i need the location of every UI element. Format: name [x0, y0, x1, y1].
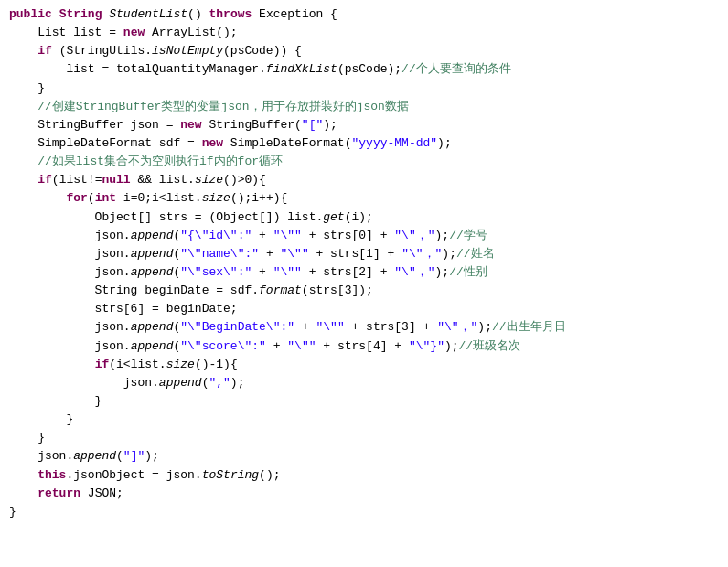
string-token: "\"，"	[394, 263, 434, 282]
plain-token: json.	[9, 227, 131, 245]
kw-token: for	[66, 189, 87, 208]
code-line: public String StudentList() throws Excep…	[9, 5, 719, 24]
kw-token: int	[95, 189, 116, 208]
plain-token: json.	[9, 374, 159, 392]
plain-token: json.	[9, 263, 131, 282]
plain-token	[9, 485, 37, 503]
plain-token: ()>0){	[223, 171, 266, 189]
string-token: "\"，"	[401, 245, 442, 263]
method-token: append	[131, 227, 174, 245]
comment-token: //姓名	[456, 245, 495, 263]
kw-token: public	[9, 5, 52, 24]
method-token: format	[259, 282, 302, 300]
string-token: "\""	[280, 245, 308, 263]
plain-token: + strs[2] +	[302, 263, 394, 282]
plain-token: }	[9, 503, 16, 521]
method-token: append	[73, 447, 116, 465]
string-token: "\""	[273, 227, 302, 245]
code-line: json.append("\"sex\":" + "\"" + strs[2] …	[9, 263, 719, 282]
plain-token: (	[116, 447, 123, 465]
string-token: "\"，"	[394, 227, 434, 245]
plain-token: );	[230, 374, 245, 392]
comment-token: //班级名次	[459, 337, 521, 356]
plain-token: }	[9, 80, 45, 98]
plain-token: );	[437, 134, 452, 153]
method-token: append	[131, 245, 174, 263]
kw-token: this	[37, 466, 66, 485]
plain-token	[9, 171, 37, 189]
method-token: StudentList	[109, 5, 187, 24]
plain-token: );	[435, 263, 450, 282]
plain-token: i=0;i<list.	[116, 189, 202, 208]
kw-token: if	[37, 171, 52, 189]
plain-token: && list.	[131, 171, 195, 189]
plain-token: );	[442, 245, 456, 263]
plain-token: List list =	[9, 24, 123, 42]
plain-token: );	[435, 227, 450, 245]
plain-token	[52, 5, 59, 24]
plain-token: (	[173, 245, 180, 263]
string-token: "\"name\":"	[180, 245, 259, 263]
string-token: "{\"id\":"	[180, 227, 252, 245]
string-token: "\"}"	[409, 337, 444, 356]
string-token: ","	[209, 374, 230, 392]
code-line: return JSON;	[9, 485, 719, 503]
code-line: if(list!=null && list.size()>0){	[9, 171, 719, 189]
string-token: "\"sex\":"	[180, 263, 252, 282]
code-line: StringBuffer json = new StringBuffer("["…	[9, 116, 719, 134]
method-token: findXkList	[266, 60, 337, 79]
plain-token	[102, 5, 109, 24]
plain-token: .jsonObject = json.	[66, 466, 201, 485]
plain-token: ();i++){	[230, 189, 287, 208]
plain-token: + strs[3] +	[345, 318, 437, 337]
plain-token: Object[] strs = (Object[]) list.	[9, 209, 323, 227]
kw-token: new	[180, 116, 201, 134]
code-line: if(i<list.size()-1){	[9, 356, 719, 374]
method-token: size	[202, 189, 230, 208]
plain-token: list = totalQuantityManager.	[9, 60, 266, 79]
plain-token	[80, 485, 88, 503]
string-token: "]"	[123, 447, 145, 465]
string-token: "\""	[273, 263, 302, 282]
string-token: "\"BeginDate\":"	[180, 318, 294, 337]
plain-token: StringBuffer(	[202, 116, 302, 134]
plain-token: (psCode)) {	[223, 42, 302, 60]
plain-token	[9, 189, 66, 208]
string-token: "\"，"	[437, 318, 477, 337]
throws-kw-token: throws	[209, 5, 252, 24]
plain-token: (list!=	[52, 171, 102, 189]
method-token: append	[131, 318, 174, 337]
method-token: size	[195, 171, 223, 189]
plain-token: (	[173, 227, 180, 245]
method-token: toString	[202, 466, 259, 485]
plain-token: + strs[0] +	[302, 227, 394, 245]
kw-token: return	[37, 485, 80, 503]
plain-token: (strs[3]);	[302, 282, 373, 300]
plain-token: +	[294, 318, 316, 337]
plain-token: Exception {	[252, 5, 337, 24]
plain-token: SimpleDateFormat sdf =	[9, 134, 202, 153]
code-line: }	[9, 503, 719, 521]
string-token: "\"score\":"	[180, 337, 266, 356]
plain-token: +	[252, 263, 273, 282]
plain-token: + strs[4] +	[316, 337, 409, 356]
plain-token: }	[9, 411, 73, 429]
method-token: size	[166, 356, 195, 374]
comment-token: //如果list集合不为空则执行if内的for循环	[9, 153, 283, 171]
plain-token: StringBuffer json =	[9, 116, 180, 134]
code-line: //如果list集合不为空则执行if内的for循环	[9, 153, 719, 171]
code-content: public String StudentList() throws Excep…	[9, 5, 719, 521]
method-token: get	[323, 209, 344, 227]
plain-token: +	[259, 245, 280, 263]
plain-token	[9, 356, 95, 374]
plain-token: ()	[187, 5, 209, 24]
plain-token: ArrayList();	[145, 24, 237, 42]
code-line: }	[9, 392, 719, 411]
code-line: strs[6] = beginDate;	[9, 300, 719, 318]
code-line: json.append(",");	[9, 374, 719, 392]
method-token: isNotEmpty	[152, 42, 223, 60]
plain-token: (	[173, 263, 180, 282]
plain-token: }	[9, 429, 45, 447]
plain-token: SimpleDateFormat(	[223, 134, 351, 153]
plain-token: );	[444, 337, 459, 356]
